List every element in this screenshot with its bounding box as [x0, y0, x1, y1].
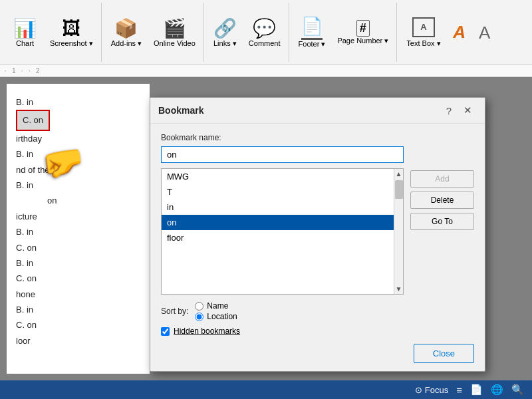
focus-icon[interactable]: ⊙ Focus: [415, 385, 448, 395]
ribbon-group-text: A Text Box ▾ A A: [398, 3, 499, 62]
close-main-button[interactable]: Close: [414, 344, 474, 363]
addins-label: Add-ins ▾: [111, 39, 142, 48]
list-item-mwg[interactable]: MWG: [162, 169, 394, 184]
dialog-list-col: MWG T in on floor ▲ ▼: [161, 146, 404, 295]
doc-line-7: on: [16, 193, 140, 208]
bookmark-name-input[interactable]: [161, 146, 404, 163]
read-view-icon[interactable]: ≡: [456, 384, 462, 396]
list-item-on[interactable]: on: [162, 215, 394, 230]
doc-line-15: C. on: [16, 317, 140, 332]
page-number-label: Page Number ▾: [337, 37, 388, 45]
hand-cursor-icon: 🤜: [38, 139, 88, 186]
delete-button[interactable]: Delete: [410, 192, 474, 209]
sort-location-text: Location: [207, 312, 237, 321]
list-item-t[interactable]: T: [162, 184, 394, 200]
addins-button[interactable]: 📦 Add-ins ▾: [106, 3, 147, 62]
close-button-row: Close: [161, 344, 474, 363]
dialog-help-button[interactable]: ?: [442, 103, 456, 118]
links-button[interactable]: 🔗 Links ▾: [208, 3, 242, 62]
list-item-in[interactable]: in: [162, 200, 394, 215]
sort-name-radio[interactable]: [195, 302, 203, 311]
addins-icon: 📦: [114, 17, 138, 39]
zoom-icon[interactable]: 🔍: [511, 384, 524, 396]
dialog-titlebar: Bookmark ? ✕: [150, 98, 485, 124]
dialog-body: Bookmark name: MWG T in on floor: [150, 124, 485, 371]
hidden-bookmarks-row: Hidden bookmarks: [161, 327, 474, 336]
doc-line-12: C. on: [16, 271, 140, 286]
list-item-floor[interactable]: floor: [162, 230, 394, 245]
sort-by-label: Sort by:: [161, 307, 188, 316]
ribbon-group-header-footer: 📄 Footer ▾ # Page Number ▾: [291, 3, 398, 62]
add-button[interactable]: Add: [410, 170, 474, 188]
doc-line-8: icture: [16, 209, 140, 224]
bookmark-list-container: MWG T in on floor ▲ ▼: [161, 168, 404, 295]
word-art-icon: A: [453, 22, 466, 43]
bookmark-name-label: Bookmark name:: [161, 133, 474, 142]
screenshot-icon: 🖼: [62, 17, 80, 39]
video-label: Online Video: [154, 39, 196, 47]
status-bar: ⊙ Focus ≡ 📄 🌐 🔍: [0, 380, 532, 399]
doc-line-16: loor: [16, 333, 140, 348]
sort-name-label[interactable]: Name: [195, 301, 237, 311]
drop-cap-button[interactable]: A: [473, 3, 497, 62]
drop-cap-icon: A: [479, 24, 490, 41]
scrollbar-up-arrow[interactable]: ▲: [394, 169, 404, 179]
screenshot-button[interactable]: 🖼 Screenshot ▾: [45, 3, 98, 62]
goto-button[interactable]: Go To: [410, 213, 474, 230]
links-icon: 🔗: [213, 17, 237, 39]
text-box-icon: A: [412, 17, 435, 37]
page-number-icon: #: [356, 20, 370, 37]
dialog-content-row: MWG T in on floor ▲ ▼: [161, 146, 474, 295]
ruler: · 1 · · 2: [0, 65, 532, 77]
doc-line-2: C. on: [16, 110, 140, 130]
doc-area: B. in C. on irthday B. in nd of the B. i…: [0, 77, 532, 380]
chart-icon: 📊: [13, 17, 37, 39]
highlight-box[interactable]: C. on: [16, 110, 50, 130]
web-view-icon[interactable]: 🌐: [491, 384, 503, 396]
dialog-title: Bookmark: [158, 105, 203, 116]
screenshot-label: Screenshot ▾: [50, 39, 93, 48]
sort-row: Sort by: Name Location: [161, 301, 474, 321]
footer-icon: 📄: [301, 16, 323, 40]
print-view-icon[interactable]: 📄: [470, 384, 483, 396]
sort-radio-group: Name Location: [195, 301, 237, 321]
hidden-bookmarks-label[interactable]: Hidden bookmarks: [174, 327, 240, 336]
links-label: Links ▾: [213, 39, 237, 48]
bookmark-dialog: Bookmark ? ✕ Bookmark name: MWG T in: [150, 97, 485, 372]
scrollbar-thumb[interactable]: [395, 180, 403, 199]
footer-label: Footer ▾: [299, 40, 326, 49]
comment-icon: 💬: [253, 17, 276, 39]
video-icon: 🎬: [163, 17, 186, 39]
scrollbar-down-arrow[interactable]: ▼: [394, 284, 404, 294]
comment-label: Comment: [249, 39, 281, 47]
comment-button[interactable]: 💬 Comment: [243, 3, 286, 62]
dialog-close-button[interactable]: ✕: [459, 103, 477, 118]
dialog-actions-col: Add Delete Go To: [410, 146, 474, 295]
hidden-bookmarks-checkbox[interactable]: [161, 327, 170, 336]
chart-button[interactable]: 📊 Chart: [7, 3, 43, 62]
text-box-label: Text Box ▾: [406, 39, 440, 48]
bookmark-list: MWG T in on floor: [162, 169, 394, 245]
doc-line-1: B. in: [16, 94, 140, 110]
ribbon: 📊 Chart 🖼 Screenshot ▾ 📦 Add-ins ▾ 🎬 Onl…: [0, 0, 532, 65]
doc-line-10: C. on: [16, 240, 140, 255]
ribbon-group-links: 🔗 Links ▾ 💬 Comment: [205, 3, 289, 62]
list-scrollbar[interactable]: ▲ ▼: [394, 169, 403, 294]
sort-name-text: Name: [207, 301, 228, 311]
page-number-button[interactable]: # Page Number ▾: [332, 3, 394, 62]
doc-line-14: B. in: [16, 302, 140, 317]
sort-location-radio[interactable]: [195, 313, 203, 321]
doc-line-9: B. in: [16, 224, 140, 239]
doc-line-11: B. in: [16, 255, 140, 271]
footer-button[interactable]: 📄 Footer ▾: [293, 3, 331, 62]
doc-line-13: hone: [16, 287, 140, 302]
sort-location-label[interactable]: Location: [195, 312, 237, 321]
ribbon-group-media: 📦 Add-ins ▾ 🎬 Online Video: [103, 3, 204, 62]
ribbon-group-illustrations: 📊 Chart 🖼 Screenshot ▾: [4, 3, 102, 62]
text-box-button[interactable]: A Text Box ▾: [401, 3, 446, 62]
chart-label: Chart: [16, 39, 34, 47]
word-art-button[interactable]: A: [448, 3, 471, 62]
video-button[interactable]: 🎬 Online Video: [148, 3, 201, 62]
document-page: B. in C. on irthday B. in nd of the B. i…: [7, 84, 150, 374]
